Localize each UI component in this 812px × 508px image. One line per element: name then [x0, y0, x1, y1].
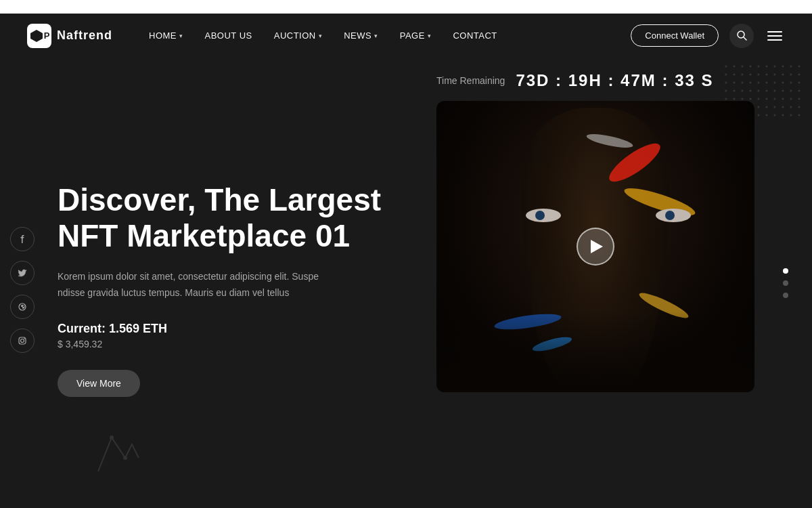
connect-wallet-button[interactable]: Connect Wallet [631, 24, 719, 47]
page-chevron-icon: ▾ [428, 33, 432, 39]
play-icon [591, 240, 603, 253]
timer-value: 73D : 19H : 47M : 33 S [516, 71, 713, 90]
hamburger-line-2 [767, 35, 782, 37]
play-button[interactable] [577, 228, 614, 266]
nav-news[interactable]: NEWS ▾ [334, 25, 388, 46]
logo[interactable]: P P Naftrend [27, 24, 112, 48]
nav-dot-1[interactable] [783, 268, 788, 274]
nav-dots [783, 268, 788, 298]
social-sidebar [0, 58, 44, 508]
eye-left [526, 209, 561, 222]
nav-auction[interactable]: AUCTION ▾ [265, 25, 332, 46]
main-content: Discover, The Largest NFT Marketplace 01… [0, 58, 812, 508]
top-bar [0, 0, 812, 14]
news-chevron-icon: ▾ [374, 33, 378, 39]
hero-description: Korem ipsum dolor sit amet, consectetur … [58, 269, 342, 301]
pinterest-icon[interactable] [10, 295, 35, 319]
hamburger-button[interactable] [765, 28, 785, 43]
nav-contact[interactable]: CONTACT [443, 25, 506, 46]
current-price-eth: Current: 1.569 ETH [58, 322, 396, 336]
nav-dot-3[interactable] [783, 293, 788, 298]
left-content: Discover, The Largest NFT Marketplace 01… [44, 58, 423, 508]
nav-page[interactable]: PAGE ▾ [390, 25, 441, 46]
nav-about[interactable]: ABOUT US [196, 25, 262, 46]
view-more-button[interactable]: View More [58, 370, 140, 397]
logo-text: Naftrend [57, 28, 112, 43]
hero-title: Discover, The Largest NFT Marketplace 01 [58, 182, 396, 254]
nav-right: Connect Wallet [631, 24, 785, 48]
svg-text:P: P [34, 32, 39, 40]
svg-point-8 [20, 339, 24, 342]
svg-point-11 [123, 456, 127, 460]
navbar: P P Naftrend HOME ▾ ABOUT US AUCTION ▾ N… [0, 14, 812, 58]
current-price-usd: $ 3,459.32 [58, 339, 396, 350]
nav-dot-2[interactable] [783, 280, 788, 286]
hamburger-line-1 [767, 31, 782, 33]
home-chevron-icon: ▾ [179, 33, 183, 39]
eye-right [656, 209, 691, 222]
svg-point-9 [24, 338, 25, 339]
search-button[interactable] [729, 24, 754, 48]
svg-point-10 [110, 436, 114, 440]
timer-label: Time Remaining [436, 75, 505, 86]
twitter-icon[interactable] [10, 261, 35, 285]
facebook-icon[interactable] [10, 227, 35, 251]
nav-home[interactable]: HOME ▾ [139, 25, 193, 46]
pupil-right [665, 211, 675, 220]
timer-bar: Time Remaining 73D : 19H : 47M : 33 S [423, 58, 768, 101]
decorative-graphic [91, 424, 145, 481]
nav-links: HOME ▾ ABOUT US AUCTION ▾ NEWS ▾ PAGE ▾ … [139, 25, 631, 46]
right-content: Time Remaining 73D : 19H : 47M : 33 S [423, 58, 768, 508]
hamburger-line-3 [767, 39, 782, 41]
nft-image-container [436, 101, 754, 392]
instagram-icon[interactable] [10, 329, 35, 353]
bottom-fade [436, 311, 754, 392]
search-icon [737, 30, 747, 41]
svg-line-3 [744, 37, 746, 40]
pupil-left [535, 211, 545, 220]
logo-icon: P P [27, 24, 51, 48]
auction-chevron-icon: ▾ [319, 33, 323, 39]
